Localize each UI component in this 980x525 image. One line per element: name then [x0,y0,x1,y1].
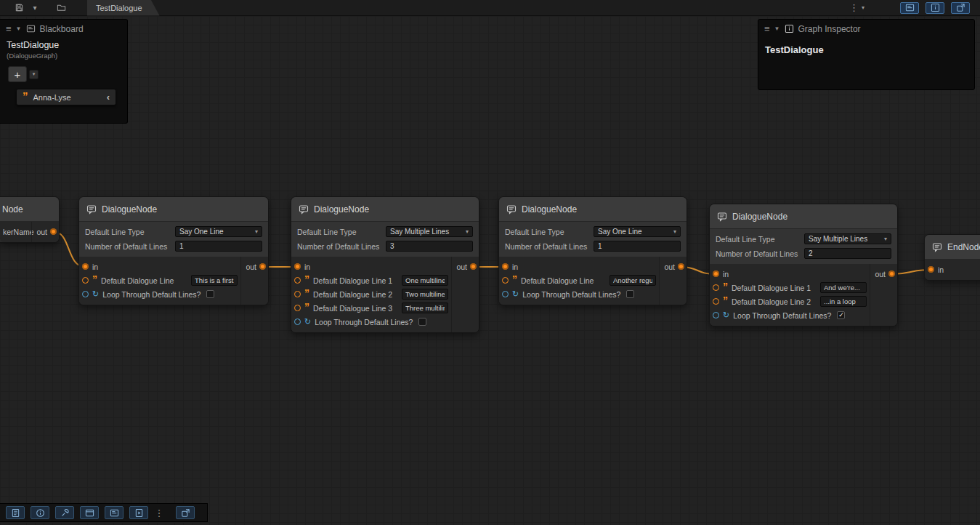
dialogue-line-port[interactable] [82,277,89,284]
node-title: EndNode [947,242,980,252]
line-type-dropdown[interactable]: Say One Line ▾ [594,226,681,237]
dialogue-line-port[interactable] [294,305,301,311]
dialogue-line-input[interactable] [402,289,448,300]
num-lines-label: Number of Default Lines [297,242,386,251]
loop-port[interactable] [294,318,301,325]
dialogue-line-label: Default Dialogue Line 2 [313,290,392,299]
loop-checkbox[interactable] [206,290,214,298]
loop-checkbox[interactable] [418,318,426,326]
quote-icon: ” [723,284,728,291]
blackboard-property-anna-lyse[interactable]: ” Anna-Lyse ‹ [16,89,116,105]
dialogue-line-port[interactable] [294,277,301,284]
blackboard-icon [905,3,915,12]
toolbar-options-button[interactable]: ⋮ ▾ [849,1,864,15]
graph-inspector-header[interactable]: ≡ ▼ Graph Inspector [758,20,974,38]
dialogue-graph-editor-window: ▾ TestDialogue ⋮ ▾ [0,0,980,525]
blackboard-add-row: + ▾ [8,66,127,82]
graph-type: (DialogueGraph) [7,52,121,60]
dialogue-line-input[interactable] [402,275,448,286]
num-lines-input[interactable] [804,248,891,259]
out-port-label: out [36,228,47,236]
dialogue-line-input[interactable] [402,302,448,313]
line-type-label: Default Line Type [505,228,594,236]
dialogue-line-label: Default Dialogue Line 2 [732,297,811,306]
line-type-value: Say One Line [598,228,642,236]
dialogue-node-1[interactable]: DialogueNode Default Line Type Say One L… [78,196,269,305]
open-external-icon [956,3,965,12]
add-property-dropdown-button[interactable]: ▾ [29,70,39,79]
speaker-node[interactable]: Node kerName out [0,196,60,243]
blackboard-panel-button[interactable] [105,506,123,519]
loop-port[interactable] [713,312,719,318]
num-lines-input[interactable] [386,241,473,252]
loop-checkbox[interactable] [626,290,634,298]
node-title-bar[interactable]: Node [0,197,59,222]
caret-down-icon: ▾ [862,4,864,11]
num-lines-input[interactable] [594,241,681,252]
blackboard-title: Blackboard [40,24,84,34]
dialogue-line-input[interactable] [191,275,238,286]
line-type-dropdown[interactable]: Say Multiple Lines ▾ [386,226,473,237]
more-options-button[interactable]: ⋮ [154,506,164,519]
dropdown-caret-icon: ▾ [255,228,258,235]
input-port[interactable] [294,263,301,270]
line-type-dropdown[interactable]: Say One Line ▾ [175,226,262,237]
dialogue-node-2[interactable]: DialogueNode Default Line Type Say Multi… [291,196,479,333]
console-panel-button[interactable] [6,506,25,519]
add-property-button[interactable]: + [8,66,27,82]
info-panel-button[interactable] [31,506,49,519]
dialogue-line-port[interactable] [713,298,719,305]
inspector-toggle-button[interactable] [926,2,944,14]
input-port[interactable] [82,263,89,270]
input-port[interactable] [713,270,719,277]
collapse-arrow-icon[interactable]: ▼ [774,25,780,32]
node-title-bar[interactable]: DialogueNode [291,197,479,222]
blackboard-toggle-button[interactable] [900,2,919,14]
output-port[interactable] [888,270,895,277]
dialogue-line-input[interactable] [610,275,656,286]
tab-testdialogue[interactable]: TestDialogue [87,0,160,16]
output-port[interactable] [678,263,684,270]
node-title-bar[interactable]: DialogueNode [79,197,268,222]
in-port-label: in [304,262,310,271]
loop-checkbox[interactable]: ✓ [837,311,845,319]
minimap-toggle-button[interactable] [951,2,970,14]
node-title-bar[interactable]: EndNode [925,235,980,260]
num-lines-input[interactable] [175,241,262,252]
loop-port[interactable] [82,291,89,297]
window-panel-button[interactable] [80,506,99,519]
blackboard-header[interactable]: ≡ ▼ Blackboard [0,20,127,38]
dialogue-node-3[interactable]: DialogueNode Default Line Type Say One L… [498,196,687,305]
loop-icon: ↻ [723,311,729,319]
collapse-arrow-icon[interactable]: ▼ [16,25,22,32]
hamburger-icon[interactable]: ≡ [764,23,770,34]
chevron-left-icon[interactable]: ‹ [107,92,110,103]
kebab-icon: ⋮ [849,2,859,13]
output-port[interactable] [470,263,477,270]
tools-panel-button[interactable] [55,506,74,519]
output-port[interactable] [50,228,57,235]
open-asset-button[interactable] [54,1,68,15]
dialogue-line-port[interactable] [502,277,509,284]
input-port[interactable] [928,266,934,273]
node-title-bar[interactable]: DialogueNode [710,204,897,229]
node-title-bar[interactable]: DialogueNode [499,197,687,222]
input-port[interactable] [502,263,509,270]
output-port[interactable] [259,263,266,270]
save-button[interactable] [12,1,26,15]
graph-inspector-title: Graph Inspector [798,24,861,34]
dialogue-line-input[interactable] [820,282,867,293]
hamburger-icon[interactable]: ≡ [6,23,12,34]
dialogue-line-port[interactable] [294,291,301,297]
line-type-dropdown[interactable]: Say Multiple Lines ▾ [804,233,891,244]
preview-panel-button[interactable] [129,506,148,519]
save-dropdown-button[interactable]: ▾ [28,1,42,15]
dialogue-line-input[interactable] [820,296,867,307]
quote-icon: ” [304,305,309,311]
dialogue-line-port[interactable] [713,284,719,291]
num-lines-label: Number of Default Lines [505,242,594,251]
loop-port[interactable] [502,291,509,297]
end-node[interactable]: EndNode in [924,234,980,281]
dialogue-node-4[interactable]: DialogueNode Default Line Type Say Multi… [709,204,898,326]
open-external-window-button[interactable] [176,506,195,519]
